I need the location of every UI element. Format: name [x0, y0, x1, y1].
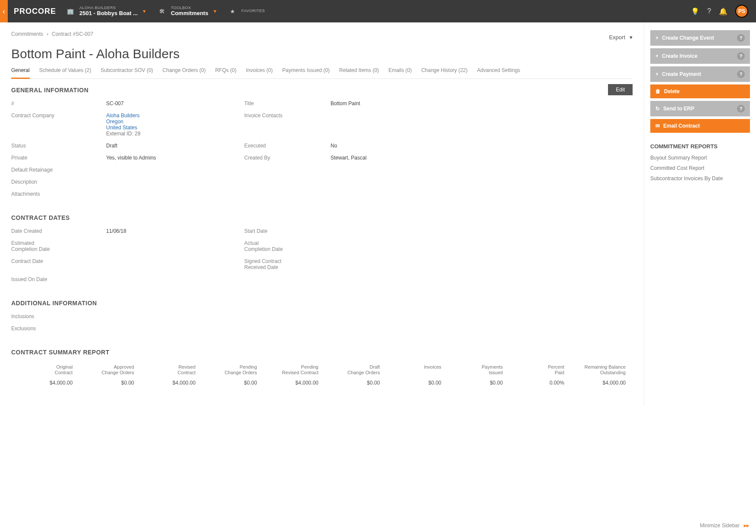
summary-cell: $4,000.00: [261, 377, 322, 388]
info-icon: ?: [737, 105, 745, 113]
summary-header: Revised Contract: [138, 363, 199, 377]
favorites-switcher[interactable]: ★ FAVORITES: [228, 6, 265, 16]
company-switcher[interactable]: 🏢 ALOHA BUILDERS 2501 - Bobbys Boat ... …: [66, 6, 147, 16]
external-id: External ID: 29: [106, 131, 244, 137]
field-value: No: [331, 143, 633, 149]
send-erp-button[interactable]: ↻Send to ERP ?: [650, 101, 750, 116]
summary-cell: $4,000.00: [568, 377, 629, 388]
field-label: Attachments: [11, 191, 106, 197]
tab-sub-sov[interactable]: Subcontractor SOV (0): [101, 67, 153, 78]
summary-cell: $0.00: [383, 377, 444, 388]
favorites-label: FAVORITES: [242, 9, 265, 13]
tab-related[interactable]: Related Items (0): [339, 67, 379, 78]
mail-icon: ✉: [655, 123, 660, 129]
field-label: Default Retainage: [11, 167, 106, 173]
help-icon[interactable]: ?: [707, 7, 711, 15]
company-country-link[interactable]: United States: [106, 125, 244, 131]
toolbox-value: Commitments: [171, 10, 208, 16]
breadcrumb-current: Contract #SC-007: [52, 31, 93, 37]
field-label: Actual Completion Date: [244, 240, 331, 252]
plus-icon: +: [655, 53, 658, 59]
section-contract-dates: CONTRACT DATES Date Created 11/06/18 Sta…: [11, 214, 633, 282]
field-label: Private: [11, 155, 106, 161]
star-icon: ★: [228, 6, 237, 16]
company-value: 2501 - Bobbys Boat ...: [79, 10, 138, 16]
summary-header: Payments Issued: [445, 363, 506, 377]
field-label: Title: [244, 100, 331, 106]
field-label: Contract Company: [11, 113, 106, 137]
company-link[interactable]: Aloha Builders: [106, 113, 244, 119]
tab-payments[interactable]: Payments Issued (0): [282, 67, 330, 78]
back-button[interactable]: ‹: [0, 0, 8, 22]
field-label: Contract Date: [11, 258, 106, 270]
field-value: Bottom Paint: [331, 100, 633, 106]
section-additional: ADDITIONAL INFORMATION Inclusions Exclus…: [11, 300, 633, 332]
toolbox-switcher[interactable]: 🛠 TOOLBOX Commitments ▼: [157, 6, 217, 16]
section-summary: CONTRACT SUMMARY REPORT Original Contrac…: [11, 349, 633, 388]
avatar[interactable]: PS: [735, 5, 748, 18]
create-change-event-button[interactable]: +Create Change Event ?: [650, 30, 750, 46]
plus-icon: +: [655, 35, 658, 41]
field-value: 11/06/18: [106, 228, 244, 234]
tab-rfqs[interactable]: RFQs (0): [215, 67, 236, 78]
tab-change-orders[interactable]: Change Orders (0): [163, 67, 206, 78]
summary-header: Original Contract: [15, 363, 76, 377]
summary-cell: $0.00: [76, 377, 137, 388]
edit-button[interactable]: Edit: [608, 84, 633, 95]
export-dropdown[interactable]: Export▾: [609, 34, 633, 41]
summary-header: Pending Revised Contract: [261, 363, 322, 377]
reports-heading: COMMITMENT REPORTS: [650, 143, 750, 150]
summary-header: Remaining Balance Outstanding: [568, 363, 629, 377]
section-heading: GENERAL INFORMATION: [11, 87, 633, 94]
field-value: [331, 113, 633, 137]
summary-header: Pending Change Orders: [199, 363, 260, 377]
section-general-info: Edit GENERAL INFORMATION # SC-007 Title …: [11, 87, 633, 197]
sidebar: +Create Change Event ? +Create Invoice ?…: [644, 22, 756, 406]
info-icon: ?: [737, 34, 745, 42]
field-value: Aloha Builders Oregon United States Exte…: [106, 113, 244, 137]
section-heading: CONTRACT DATES: [11, 214, 633, 221]
field-value: SC-007: [106, 100, 244, 106]
report-link[interactable]: Buyout Summary Report: [650, 155, 750, 161]
field-label: Signed Contract Received Date: [244, 258, 331, 270]
page-title: Bottom Paint - Aloha Builders: [11, 47, 633, 61]
field-value: Draft: [106, 143, 244, 149]
section-heading: ADDITIONAL INFORMATION: [11, 300, 633, 307]
field-label: Exclusions: [11, 325, 106, 332]
tab-general[interactable]: General: [11, 67, 30, 79]
tabs: General Schedule of Values (2) Subcontra…: [11, 67, 633, 79]
tab-history[interactable]: Change History (22): [421, 67, 467, 78]
chevron-down-icon: ▼: [213, 9, 217, 14]
summary-cell: $0.00: [322, 377, 383, 388]
topbar: ‹ PROCORE 🏢 ALOHA BUILDERS 2501 - Bobbys…: [0, 0, 756, 22]
chevron-down-icon: ▼: [142, 9, 147, 14]
create-invoice-button[interactable]: +Create Invoice ?: [650, 48, 750, 64]
tab-advanced[interactable]: Advanced Settings: [477, 67, 520, 78]
field-label: Inclusions: [11, 313, 106, 319]
company-region-link[interactable]: Oregon: [106, 119, 244, 125]
field-label: Start Date: [244, 228, 331, 234]
delete-button[interactable]: 🗑Delete: [650, 84, 750, 98]
bell-icon[interactable]: 🔔: [719, 7, 728, 16]
email-contract-button[interactable]: ✉Email Contract: [650, 119, 750, 133]
report-link[interactable]: Committed Cost Report: [650, 165, 750, 171]
section-heading: CONTRACT SUMMARY REPORT: [11, 349, 633, 356]
tab-emails[interactable]: Emails (0): [388, 67, 412, 78]
field-label: Date Created: [11, 228, 106, 234]
info-icon: ?: [737, 70, 745, 78]
field-label: Created By: [244, 155, 331, 161]
breadcrumb-root[interactable]: Commitments: [11, 31, 43, 37]
lightbulb-icon[interactable]: 💡: [691, 7, 699, 16]
summary-header: Percent Paid: [506, 363, 567, 377]
tab-invoices[interactable]: Invoices (0): [246, 67, 273, 78]
report-link[interactable]: Subcontractor Invoices By Date: [650, 175, 750, 182]
building-icon: 🏢: [66, 6, 75, 16]
field-label: Status: [11, 143, 106, 149]
sync-icon: ↻: [655, 106, 660, 112]
logo[interactable]: PROCORE: [14, 7, 56, 16]
tab-sov[interactable]: Schedule of Values (2): [39, 67, 91, 78]
summary-cell: $4,000.00: [138, 377, 199, 388]
field-value: Stewart, Pascal: [331, 155, 633, 161]
create-payment-button[interactable]: +Create Payment ?: [650, 66, 750, 82]
summary-cell: $4,000.00: [15, 377, 76, 388]
